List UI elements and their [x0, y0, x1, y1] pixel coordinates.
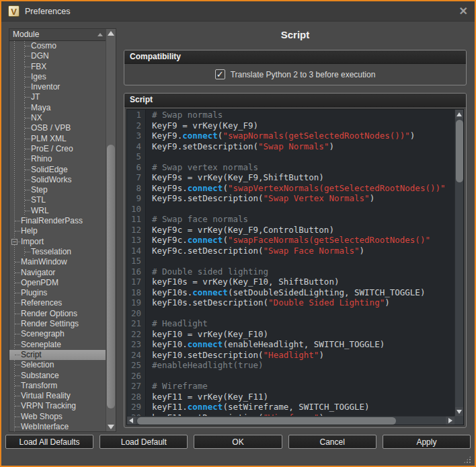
code-line: 4KeyF9.setDescription("Swap Normals")	[127, 141, 454, 152]
horizontal-scrollbar-thumb[interactable]	[137, 417, 396, 425]
tree-item-jt[interactable]: JT	[9, 92, 106, 102]
translate-python-checkbox[interactable]: ✓	[215, 69, 225, 79]
window-content: Module CosmoDGNFBXIgesInventorJTMayaNXOS…	[1, 22, 475, 466]
tree-item-inventor[interactable]: Inventor	[9, 82, 106, 92]
tree-item-sceneplate[interactable]: Sceneplate	[9, 340, 106, 350]
tree-item-label: PLM XML	[31, 134, 67, 143]
code-lines[interactable]: 1# Swap normals2KeyF9 = vrKey(Key_F9)3Ke…	[127, 110, 454, 416]
line-number: 17	[127, 277, 146, 287]
tree-item-scenegraph[interactable]: Scenegraph	[9, 329, 106, 339]
line-number: 6	[127, 162, 146, 173]
tree-item-iges[interactable]: Iges	[9, 72, 106, 82]
tree-item-label: SolidEdge	[31, 165, 68, 174]
module-tree-panel: Module CosmoDGNFBXIgesInventorJTMayaNXOS…	[9, 28, 116, 432]
load-default-button[interactable]: Load Default	[100, 435, 188, 449]
line-number: 12	[127, 225, 146, 236]
ok-button[interactable]: OK	[194, 435, 282, 449]
tree-item-label: OSB / VPB	[31, 123, 71, 133]
tree-header[interactable]: Module	[9, 29, 106, 41]
scroll-left-icon[interactable]	[127, 417, 136, 425]
line-number: 9	[127, 193, 146, 204]
tree-item-label: Tesselation	[31, 247, 71, 256]
tree-item-osb-vpb[interactable]: OSB / VPB	[9, 123, 106, 133]
code-line: 13KeyF9c.connect("swapFaceNormals(getSel…	[127, 235, 454, 246]
tree-item-label: Navigator	[21, 268, 55, 277]
tree-item-import[interactable]: −Import	[9, 237, 106, 247]
tree-item-transform[interactable]: Transform	[9, 381, 106, 391]
tree-item-plugins[interactable]: Plugins	[9, 288, 106, 298]
tree-item-label: Import	[21, 237, 44, 246]
tree-item-solidedge[interactable]: SolidEdge	[9, 165, 106, 175]
script-editor[interactable]: 1# Swap normals2KeyF9 = vrKey(Key_F9)3Ke…	[126, 109, 464, 425]
tree-item-label: Selection	[21, 360, 54, 369]
tree-item-finalrenderpass[interactable]: FinalRenderPass	[9, 216, 106, 226]
tree-item-label: Transform	[21, 381, 57, 390]
page-title: Script	[124, 27, 467, 43]
tree-item-fbx[interactable]: FBX	[9, 62, 106, 72]
tree-item-maya[interactable]: Maya	[9, 103, 106, 113]
tree-item-openpdm[interactable]: OpenPDM	[9, 278, 106, 288]
tree-item-virtual-reality[interactable]: Virtual Reality	[9, 391, 106, 401]
tree-item-label: Rhino	[31, 154, 52, 164]
tree-item-webinterface[interactable]: WebInterface	[9, 422, 106, 431]
tree-item-render-settings[interactable]: Render Settings	[9, 319, 106, 329]
line-number: 14	[127, 246, 146, 256]
collapse-minus-icon[interactable]: −	[11, 239, 17, 245]
scroll-up-icon[interactable]	[108, 31, 114, 36]
line-number: 22	[127, 329, 146, 340]
tree-item-script[interactable]: Script	[9, 350, 106, 360]
tree-item-label: JT	[31, 92, 40, 102]
title-bar[interactable]: V Preferences ✕	[1, 1, 475, 22]
tree-item-mainwindow[interactable]: MainWindow	[9, 257, 106, 267]
tree-item-wrl[interactable]: WRL	[9, 206, 106, 216]
code-line: 15	[127, 256, 454, 266]
tree-item-selection[interactable]: Selection	[9, 360, 106, 370]
tree-item-navigator[interactable]: Navigator	[9, 268, 106, 278]
vertical-scrollbar-thumb[interactable]	[456, 120, 463, 182]
code-line: 1# Swap normals	[127, 110, 454, 120]
tree-scrollbar[interactable]	[106, 29, 116, 431]
editor-vertical-scrollbar[interactable]	[454, 110, 463, 416]
tree-header-label: Module	[13, 30, 39, 39]
line-number: 24	[127, 350, 146, 361]
tree-item-label: Scenegraph	[21, 329, 65, 338]
tree-item-proe-creo[interactable]: ProE / Creo	[9, 144, 106, 154]
tree-item-step[interactable]: Step	[9, 185, 106, 195]
tree-item-rhino[interactable]: Rhino	[9, 154, 106, 164]
scroll-down-icon[interactable]	[108, 425, 114, 429]
load-all-defaults-button[interactable]: Load All Defaults	[5, 435, 93, 449]
close-icon[interactable]: ✕	[459, 6, 468, 17]
tree-item-nx[interactable]: NX	[9, 113, 106, 123]
tree-scrollbar-thumb[interactable]	[107, 145, 115, 408]
tree-item-label: ProE / Creo	[31, 144, 73, 153]
line-number: 1	[127, 110, 146, 120]
cancel-button[interactable]: Cancel	[288, 435, 376, 449]
tree-item-web-shops[interactable]: Web Shops	[9, 412, 106, 422]
tree-item-stl[interactable]: STL	[9, 195, 106, 205]
apply-button[interactable]: Apply	[383, 435, 471, 449]
tree-item-solidworks[interactable]: SolidWorks	[9, 175, 106, 185]
tree-item-cosmo[interactable]: Cosmo	[9, 41, 106, 51]
tree-item-help[interactable]: Help	[9, 226, 106, 236]
scroll-down-icon[interactable]	[455, 407, 464, 416]
tree-item-label: MainWindow	[21, 257, 67, 266]
code-line: 20	[127, 308, 454, 319]
tree-item-label: Substance	[21, 371, 59, 380]
tree-item-dgn[interactable]: DGN	[9, 51, 106, 61]
scroll-up-icon[interactable]	[455, 110, 464, 118]
code-line: 9KeyF9s.setDescription("Swap Vertex Norm…	[127, 193, 454, 204]
script-group: Script 1# Swap normals2KeyF9 = vrKey(Key…	[124, 93, 467, 428]
tree-item-vrpn-tracking[interactable]: VRPN Tracking	[9, 401, 106, 411]
scroll-right-icon[interactable]	[446, 417, 454, 425]
sort-ascending-icon[interactable]	[97, 33, 103, 36]
tree-item-tesselation[interactable]: Tesselation	[9, 247, 106, 257]
tree-item-references[interactable]: References	[9, 298, 106, 308]
line-number: 3	[127, 131, 146, 141]
line-number: 11	[127, 214, 146, 225]
resize-grip[interactable]	[463, 456, 471, 464]
code-line: 5	[127, 151, 454, 162]
tree-item-plm-xml[interactable]: PLM XML	[9, 134, 106, 144]
tree-item-render-options[interactable]: Render Options	[9, 309, 106, 319]
tree-item-substance[interactable]: Substance	[9, 371, 106, 381]
editor-horizontal-scrollbar[interactable]	[127, 416, 454, 425]
